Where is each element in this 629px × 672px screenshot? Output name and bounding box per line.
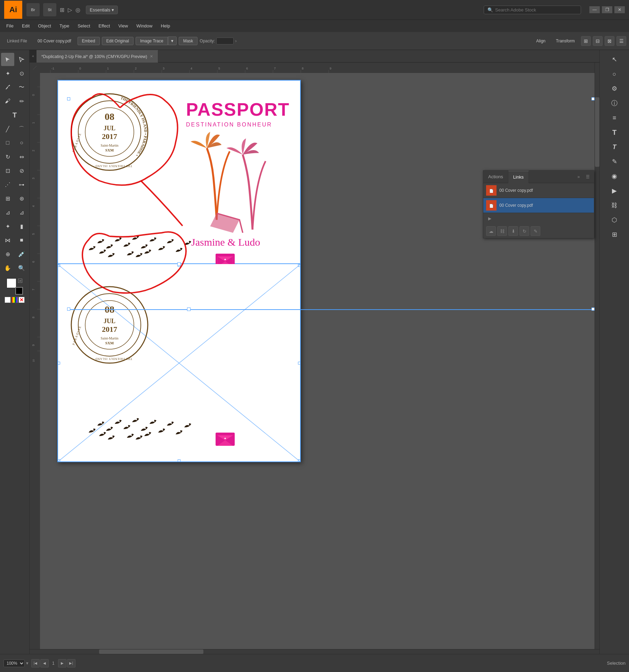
link-item-1[interactable]: 📄 00 Cover copy.pdf [483,183,594,198]
opacity-arrow[interactable]: › [235,38,236,43]
zoom-select[interactable]: 100% 50% 200% 75% [3,659,25,667]
zoom-tool-btn[interactable]: 🔍 [15,261,28,274]
right-type-icon[interactable]: T [608,126,621,139]
right-layers-icon[interactable]: ⬡ [608,213,621,227]
stock-icon[interactable]: St [43,3,56,16]
cloud-action-btn[interactable]: ☁ [486,226,496,236]
hand-tool-btn[interactable]: ✋ [1,261,14,274]
shape-builder-btn[interactable]: ⊛ [15,192,28,205]
sel-corner-tl[interactable] [67,97,70,100]
sel-handle-bl[interactable] [57,459,60,462]
bridge-icon[interactable]: Br [26,3,40,16]
image-trace-button[interactable]: Image Trace [136,37,168,45]
width-tool-btn[interactable]: ⊶ [15,178,28,191]
rotate-tool-btn[interactable]: ↻ [1,150,14,163]
expand-panel-btn[interactable]: » [574,173,583,181]
magic-wand-tool-btn[interactable]: ✦ [1,67,14,80]
reflect-tool-btn[interactable]: ⇔ [15,150,28,163]
nav-first-btn[interactable]: |◀ [31,659,40,667]
warp-tool-btn[interactable]: ⋰ [1,178,14,191]
nav-prev-btn[interactable]: ◀ [40,659,49,667]
color-gradient-btn[interactable] [11,297,18,303]
opacity-input[interactable]: 100% [216,38,234,44]
document-canvas[interactable]: THE FRIENDLY ISLAND • PARADISE • 08 JUL … [57,80,301,462]
transform-icon-1[interactable]: ⊞ [581,36,591,46]
eyedropper-btn[interactable]: 💉 [15,247,28,261]
edit-action-btn[interactable]: ✎ [531,226,540,236]
sel-handle-mr[interactable] [298,362,301,364]
nav-last-btn[interactable]: ▶| [67,659,75,667]
actions-tab[interactable]: Actions [483,171,508,183]
tab-expand-left[interactable]: « [30,50,37,63]
nav-next-btn[interactable]: ▶ [58,659,66,667]
column-graph-btn[interactable]: ▮ [15,220,28,233]
line-tool-btn[interactable]: ╱ [1,122,14,136]
canvas-area[interactable]: -1 0 1 2 3 4 5 6 7 8 9 [30,63,599,654]
gradient-btn[interactable]: ■ [15,233,28,247]
sel-handle-bc[interactable] [178,459,180,462]
align-button[interactable]: Align [532,37,550,45]
workspace-selector[interactable]: Essentials ▾ [86,6,118,14]
sel-corner-mr[interactable] [591,308,595,311]
arc-tool-btn[interactable]: ⌒ [15,122,28,136]
link-item-2[interactable]: 📄 00 Cover copy.pdf [483,198,594,213]
menu-select[interactable]: Select [74,22,94,30]
menu-object[interactable]: Object [34,22,55,30]
direct-selection-tool-btn[interactable] [15,53,28,66]
menu-help[interactable]: Help [157,22,174,30]
right-circle-btn[interactable]: ○ [608,67,621,81]
sel-handle-tl[interactable] [57,264,60,267]
selection-mid-handle[interactable] [187,308,191,311]
sel-corner-ml[interactable] [67,308,70,311]
arrange-icon[interactable]: ▷ [68,7,72,13]
free-transform-btn[interactable]: ⊞ [1,192,14,205]
image-trace-dropdown-btn[interactable]: ▾ [168,36,177,45]
right-gear-icon[interactable]: ⚙ [608,82,621,95]
scrollbar-thumb-v[interactable] [595,97,599,167]
right-artboard-icon[interactable]: ⊞ [608,228,621,241]
sel-handle-tr[interactable] [298,264,301,267]
search-stock-bar[interactable]: 🔍 [484,6,581,14]
sel-handle-ml[interactable] [57,362,60,364]
menu-effect[interactable]: Effect [95,22,113,30]
right-circle2-icon[interactable]: ◉ [608,170,621,183]
workspace-layout-icon[interactable]: ⊞ [60,7,64,13]
right-link-icon[interactable]: ⛓ [608,199,621,212]
type-tool-btn[interactable]: T [8,108,21,122]
stroke-swatch[interactable] [15,287,23,295]
right-type2-icon[interactable]: T [608,140,621,154]
swap-icon[interactable]: ⇄ [18,279,22,283]
right-arrow-icon[interactable]: ▶ [608,184,621,197]
options-icon[interactable]: ☰ [616,36,626,46]
curvature-tool-btn[interactable]: 〜 [15,81,28,94]
transform-button[interactable]: Transform [552,37,579,45]
links-tab[interactable]: Links [508,171,529,183]
edit-original-button[interactable]: Edit Original [102,37,134,45]
perspective-grid-btn[interactable]: ⊿ [1,206,14,219]
ellipse-tool-btn[interactable]: ○ [15,136,28,149]
transform-icon-2[interactable]: ⊟ [593,36,603,46]
lasso-tool-btn[interactable]: ⊙ [15,67,28,80]
perspective-select-btn[interactable]: ⊿ [15,206,28,219]
something-icon[interactable]: ◎ [75,7,80,13]
gradient-mesh-btn[interactable]: ⋈ [1,233,14,247]
document-tab[interactable]: *Duplicating 2-Up File.ai* @ 100% (CMYK/… [37,50,158,63]
embed-button[interactable]: Embed [78,37,100,45]
right-select-tool[interactable]: ↖ [608,53,621,66]
restore-button[interactable]: ❐ [602,6,612,13]
panel-menu-btn[interactable]: ☰ [583,173,592,181]
mask-button[interactable]: Mask [179,37,198,45]
symbol-sprayer-btn[interactable]: ✦ [1,220,14,233]
right-pen-icon[interactable]: ✎ [608,155,621,168]
pen-tool-btn[interactable] [1,81,14,94]
right-list-icon[interactable]: ≡ [608,111,621,124]
tab-close-btn[interactable]: ✕ [150,54,153,59]
scrollbar-thumb-h[interactable] [99,649,203,654]
vertical-scrollbar[interactable] [595,63,599,649]
scale-tool-btn[interactable]: ⊡ [1,164,14,177]
transform-icon-3[interactable]: ⊠ [605,36,614,46]
menu-file[interactable]: File [3,22,17,30]
paintbrush-tool-btn[interactable]: 🖌 [1,95,14,108]
shear-tool-btn[interactable]: ⊘ [15,164,28,177]
no-color-btn[interactable]: ✕ [18,297,25,303]
